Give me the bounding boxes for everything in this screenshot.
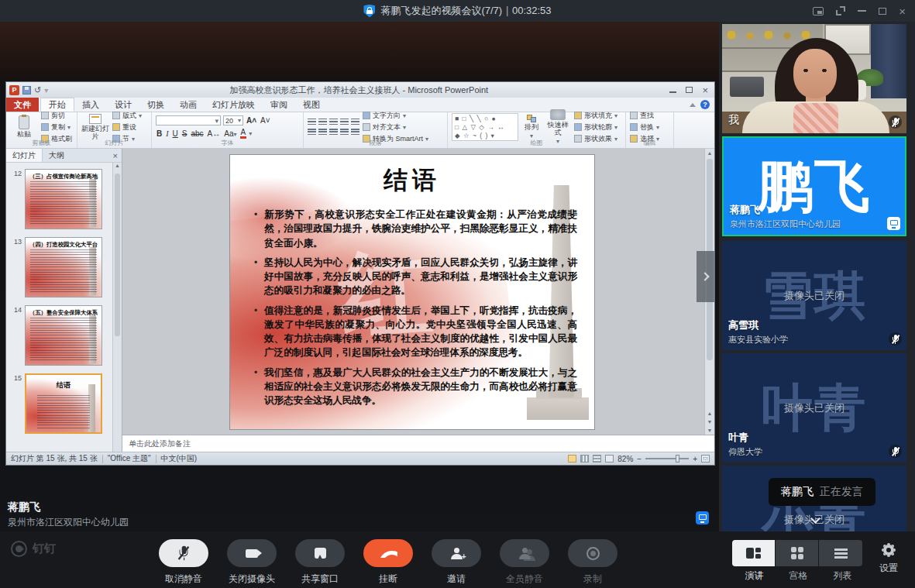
- participant-tile-self[interactable]: 我: [722, 24, 906, 133]
- notes-input[interactable]: 单击此处添加备注: [122, 435, 714, 452]
- quick-styles-icon: [550, 109, 566, 120]
- bullets-icon[interactable]: [308, 119, 316, 126]
- participant-name: 高雪琪: [728, 318, 758, 332]
- increase-indent-icon[interactable]: [340, 119, 349, 126]
- shrink-font-button[interactable]: A˅: [260, 116, 271, 125]
- shadow-button[interactable]: abc: [190, 129, 204, 138]
- hangup-button[interactable]: 挂断: [354, 539, 422, 586]
- grow-font-button[interactable]: A˄: [246, 116, 257, 125]
- fit-to-window-icon[interactable]: [701, 455, 710, 462]
- replace-button[interactable]: 替换▾: [630, 122, 659, 132]
- change-case-button[interactable]: Aa▾: [223, 129, 237, 138]
- panel-scrollbar[interactable]: ▲: [112, 163, 122, 452]
- font-size-select[interactable]: 20▾: [223, 115, 243, 126]
- chevron-down-icon[interactable]: [808, 514, 822, 525]
- invite-button[interactable]: + 邀请: [422, 539, 490, 586]
- justify-icon[interactable]: [340, 129, 349, 136]
- ppt-save-icon[interactable]: [22, 86, 31, 95]
- cut-button[interactable]: 剪切: [41, 111, 72, 121]
- underline-button[interactable]: U: [172, 129, 179, 138]
- char-spacing-button[interactable]: A↔: [207, 129, 222, 138]
- participant-tile-gaoxueqi[interactable]: 雪琪 摄像头已关闭 高雪琪 惠安县实验小学: [722, 241, 906, 350]
- slide-thumbnail-13[interactable]: （四）打造校园文化大平台: [25, 237, 102, 297]
- slide-bullet: 新形势下，高校意识形态安全工作正处在建设黄金期：从严治党成绩斐然，治国理政国力提…: [264, 208, 577, 250]
- slideshow-view-icon[interactable]: [605, 455, 614, 462]
- ppt-qat-dropdown[interactable]: ▾: [44, 86, 48, 95]
- help-icon[interactable]: ?: [700, 100, 710, 109]
- columns-icon[interactable]: [351, 129, 359, 136]
- paste-button[interactable]: 粘贴: [10, 115, 38, 139]
- view-grid-button[interactable]: [776, 540, 819, 566]
- reading-view-icon[interactable]: [593, 455, 601, 462]
- mute-all-button[interactable]: 全员静音: [490, 539, 559, 586]
- view-list-button[interactable]: [819, 540, 862, 566]
- unmute-button[interactable]: 取消静音: [150, 539, 218, 586]
- align-text-button[interactable]: 对齐文本▾: [363, 122, 428, 132]
- bold-button[interactable]: B: [156, 129, 163, 138]
- ribbon-group-slides: 新建幻灯片 版式▾ 重设 节▾ 幻灯片: [77, 112, 152, 148]
- arrange-button[interactable]: 排列▾: [521, 115, 542, 140]
- find-button[interactable]: 查找: [630, 111, 659, 121]
- font-name-select[interactable]: ▾: [156, 115, 221, 126]
- gear-icon: [883, 545, 894, 555]
- camera-off-button[interactable]: 关闭摄像头: [218, 539, 286, 586]
- ppt-maximize-icon[interactable]: [686, 87, 693, 93]
- maximize-icon[interactable]: [879, 8, 886, 15]
- copy-button[interactable]: 复制▾: [41, 122, 72, 132]
- zoom-slider[interactable]: [645, 458, 689, 459]
- slide-sorter-view-icon[interactable]: [580, 455, 589, 462]
- text-direction-button[interactable]: 文字方向▾: [363, 111, 428, 121]
- slide-thumbnail-15-selected[interactable]: 结语: [25, 373, 102, 434]
- ribbon-collapse-icon[interactable]: [690, 103, 696, 107]
- ppt-tab-file[interactable]: 文件: [6, 98, 39, 112]
- ppt-tab-view[interactable]: 视图: [295, 98, 328, 112]
- ppt-tab-home[interactable]: 开始: [40, 98, 74, 112]
- slide-thumbnail-12[interactable]: （三）占领宣传舆论新高地: [25, 169, 102, 229]
- view-speaker-button[interactable]: [732, 540, 776, 566]
- settings-button[interactable]: 设置: [873, 540, 904, 575]
- panel-close-icon[interactable]: ×: [109, 149, 122, 162]
- align-left-icon[interactable]: [308, 129, 316, 136]
- ppt-tab-review[interactable]: 审阅: [263, 98, 295, 112]
- reset-button[interactable]: 重设: [112, 122, 142, 132]
- align-right-icon[interactable]: [329, 129, 338, 136]
- language-indicator[interactable]: 中文(中国): [161, 453, 198, 464]
- ppt-minimize-icon[interactable]: [669, 91, 676, 93]
- ppt-close-icon[interactable]: ×: [702, 84, 708, 96]
- shape-outline-button[interactable]: 形状轮廓▾: [574, 122, 617, 132]
- shape-fill-button[interactable]: 形状填充▾: [574, 111, 617, 121]
- ppt-tab-design[interactable]: 设计: [107, 98, 139, 112]
- new-slide-icon: [89, 114, 101, 124]
- ppt-tab-insert[interactable]: 插入: [74, 98, 107, 112]
- ppt-tab-animations[interactable]: 动画: [172, 98, 205, 112]
- panel-tab-outline[interactable]: 大纲: [43, 149, 71, 162]
- align-center-icon[interactable]: [318, 129, 327, 136]
- close-icon[interactable]: ×: [899, 5, 906, 17]
- zoom-in-icon[interactable]: +: [693, 455, 697, 463]
- minimize-icon[interactable]: [858, 10, 866, 12]
- normal-view-icon[interactable]: [568, 455, 576, 462]
- new-slide-button[interactable]: 新建幻灯片: [81, 114, 109, 141]
- strikethrough-button[interactable]: S: [181, 129, 188, 138]
- participant-tile-yeqing[interactable]: 叶青 摄像头已关闭 叶青 仰恩大学: [722, 353, 906, 462]
- fullscreen-icon[interactable]: [836, 6, 845, 15]
- slide-thumbnail-14[interactable]: （五）整合安全保障大体系: [25, 305, 102, 366]
- collapse-sidebar-button[interactable]: [697, 251, 714, 302]
- ppt-undo-icon[interactable]: ↺: [34, 85, 41, 95]
- pip-mode-icon[interactable]: [813, 7, 824, 15]
- current-slide[interactable]: 红 结语 •新形势下，高校意识形态安全工作正处在建设黄金期：从严治党成绩斐然，治…: [230, 155, 594, 429]
- participant-tile-jiangpengfei[interactable]: 鹏飞 蒋鹏飞 泉州市洛江区双阳中心幼儿园: [722, 136, 906, 236]
- panel-tab-slides[interactable]: 幻灯片: [6, 149, 43, 162]
- italic-button[interactable]: I: [165, 129, 169, 138]
- ppt-tab-slideshow[interactable]: 幻灯片放映: [205, 98, 263, 112]
- zoom-out-icon[interactable]: −: [637, 455, 642, 463]
- layout-button[interactable]: 版式▾: [112, 111, 142, 121]
- record-button[interactable]: 录制: [559, 539, 627, 586]
- numbering-icon[interactable]: [318, 119, 327, 126]
- font-color-button[interactable]: A: [240, 129, 247, 139]
- line-spacing-icon[interactable]: [351, 119, 359, 126]
- shapes-gallery[interactable]: ■ □ ╲ ╲ ○ ● □ △ ▽ ◇ → ↔ ◆ ☆ ~ ( ) ▾: [452, 113, 518, 141]
- ppt-tab-transitions[interactable]: 切换: [139, 98, 172, 112]
- share-window-button[interactable]: 共享窗口: [286, 539, 354, 586]
- decrease-indent-icon[interactable]: [329, 119, 338, 126]
